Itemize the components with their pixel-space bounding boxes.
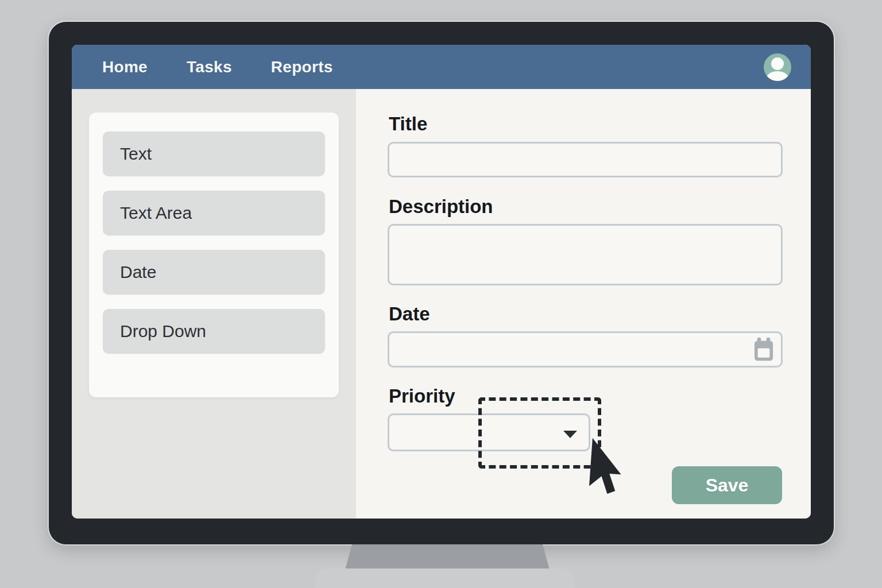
palette-item-text[interactable]: Text xyxy=(103,131,325,176)
date-input[interactable] xyxy=(388,331,783,368)
nav-item-tasks[interactable]: Tasks xyxy=(187,58,232,76)
description-textarea[interactable] xyxy=(388,224,783,285)
user-avatar-icon[interactable] xyxy=(764,53,791,81)
priority-select[interactable] xyxy=(388,413,590,451)
date-field xyxy=(388,331,783,368)
field-palette-panel: Text Text Area Date Drop Down xyxy=(89,113,339,397)
palette-item-textarea[interactable]: Text Area xyxy=(103,191,325,235)
desktop-background: Home Tasks Reports Text Text Area Date D… xyxy=(0,0,882,588)
field-palette-sidebar: Text Text Area Date Drop Down xyxy=(72,89,356,519)
title-input[interactable] xyxy=(388,142,783,177)
title-label: Title xyxy=(389,113,427,135)
top-navbar: Home Tasks Reports xyxy=(72,45,811,89)
monitor-bezel: Home Tasks Reports Text Text Area Date D… xyxy=(49,22,834,544)
app-window: Home Tasks Reports Text Text Area Date D… xyxy=(72,45,811,519)
monitor-stand-base xyxy=(315,568,574,588)
nav-item-home[interactable]: Home xyxy=(102,58,148,76)
nav-item-reports[interactable]: Reports xyxy=(271,58,333,76)
palette-item-dropdown[interactable]: Drop Down xyxy=(103,309,325,354)
chevron-down-icon xyxy=(563,431,577,438)
window-body: Text Text Area Date Drop Down Title Desc… xyxy=(72,89,811,519)
priority-label: Priority xyxy=(389,385,455,407)
monitor-stand-neck xyxy=(345,544,550,570)
description-label: Description xyxy=(389,196,493,218)
palette-item-date[interactable]: Date xyxy=(103,250,325,295)
save-button[interactable]: Save xyxy=(672,466,782,504)
date-label: Date xyxy=(389,303,430,325)
form-canvas: Title Description Date P xyxy=(356,89,811,519)
